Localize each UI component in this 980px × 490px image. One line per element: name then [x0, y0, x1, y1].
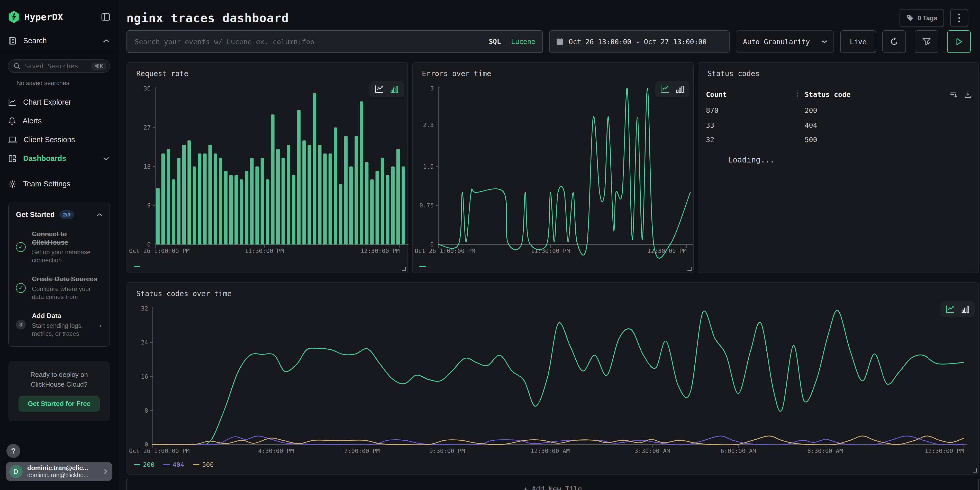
lucene-toggle[interactable]: Lucene — [511, 38, 535, 46]
status-codes-over-time-chart[interactable]: 08162432Oct 26 1:00:00 PM4:30:00 PM7:00:… — [127, 283, 980, 475]
chevron-up-icon[interactable] — [97, 213, 103, 217]
sidebar-item-client-sessions[interactable]: Client Sessions — [0, 130, 118, 149]
svg-text:11:30:00 PM: 11:30:00 PM — [245, 248, 284, 254]
step-connect-clickhouse[interactable]: ✓ Connect to ClickHouse Set up your data… — [16, 230, 103, 264]
sidebar-search-label: Search — [23, 37, 103, 45]
query-toolbar: Search your events w/ Lucene ex. column:… — [126, 30, 979, 53]
filter-icon — [922, 37, 931, 46]
sort-icon[interactable] — [950, 91, 958, 99]
search-journal-icon — [8, 37, 16, 45]
get-started-card: Get Started 2/3 ✓ Connect to ClickHouse … — [8, 202, 110, 347]
filter-button[interactable] — [915, 30, 939, 53]
column-header-status-code[interactable]: Status code — [797, 91, 950, 99]
step-title: Connect to ClickHouse — [32, 230, 103, 247]
sidebar-item-alerts[interactable]: Alerts — [0, 111, 118, 130]
granularity-select[interactable]: Auto Granularity — [736, 30, 834, 53]
sidebar-item-search[interactable]: Search — [0, 31, 118, 52]
sidebar-item-team-settings[interactable]: Team Settings — [0, 175, 118, 193]
bar-chart-icon[interactable] — [676, 85, 684, 94]
request-rate-chart[interactable]: 09182736Oct 26 1:00:00 PM11:30:00 PM12:3… — [127, 63, 409, 274]
get-started-title: Get Started — [16, 210, 55, 219]
legend-label-500: 500 — [202, 461, 214, 468]
date-range-picker[interactable]: Oct 26 13:00:00 - Oct 27 13:00:00 — [549, 30, 730, 53]
tags-count-label: 0 Tags — [918, 14, 937, 22]
tags-button[interactable]: 0 Tags — [899, 9, 944, 27]
refresh-button[interactable] — [882, 30, 906, 53]
event-search-input[interactable]: Search your events w/ Lucene ex. column:… — [126, 30, 543, 53]
tile-title: Status codes — [708, 69, 759, 78]
tile-resize-handle[interactable] — [402, 267, 406, 271]
svg-text:18: 18 — [143, 163, 151, 170]
sql-toggle[interactable]: SQL — [489, 38, 501, 46]
legend-label-200: 200 — [143, 461, 154, 468]
step-title: Create Data Sources — [32, 275, 103, 283]
user-account-chip[interactable]: D dominic.tran@clic... dominic.tran@clic… — [6, 462, 112, 481]
svg-text:Oct 26 1:00:00 PM: Oct 26 1:00:00 PM — [129, 248, 189, 254]
table-row[interactable]: 32 500 — [706, 136, 972, 144]
cell-status: 200 — [797, 107, 817, 115]
errors-chart[interactable]: 00.751.52.33Oct 26 1:00:00 PM11:30:00 PM… — [413, 63, 694, 274]
nav-label: Alerts — [22, 117, 110, 125]
tile-resize-handle[interactable] — [973, 468, 977, 473]
svg-text:4:30:00 PM: 4:30:00 PM — [258, 447, 294, 454]
chart-legend: 200 404 500 — [134, 461, 214, 468]
step-title: Add Data — [32, 312, 92, 320]
tile-resize-handle[interactable] — [687, 267, 692, 271]
live-button[interactable]: Live — [840, 30, 876, 53]
svg-text:12:30:00 PM: 12:30:00 PM — [360, 248, 399, 254]
table-row[interactable]: 870 200 — [706, 107, 972, 115]
legend-dash — [134, 464, 140, 465]
help-button[interactable]: ? — [6, 444, 20, 458]
nav-label: Dashboards — [23, 154, 103, 163]
cell-count: 33 — [706, 121, 797, 129]
svg-text:Oct 26 1:00:00 PM: Oct 26 1:00:00 PM — [415, 248, 475, 254]
line-chart-icon[interactable] — [375, 85, 384, 94]
bell-icon — [8, 117, 16, 125]
nav-label: Chart Explorer — [23, 98, 110, 107]
svg-text:9: 9 — [147, 202, 151, 209]
dashboard-menu-button[interactable] — [950, 9, 968, 27]
svg-text:1.5: 1.5 — [423, 163, 434, 170]
saved-searches-placeholder: Saved Searches — [24, 62, 92, 70]
chart-type-toggle — [940, 301, 975, 317]
cell-count: 32 — [706, 136, 797, 144]
legend-dash — [193, 464, 199, 465]
step-create-data-sources[interactable]: ✓ Create Data Sources Configure where yo… — [16, 275, 103, 301]
chevron-up-icon — [103, 39, 110, 43]
step-add-data[interactable]: 3 Add Data Start sending logs, metrics, … — [16, 312, 103, 337]
get-started-free-button[interactable]: Get Started for Free — [19, 396, 100, 412]
shortcut-badge: ⌘K — [92, 62, 106, 70]
sidebar-collapse-button[interactable] — [101, 13, 110, 21]
table-row[interactable]: 33 404 — [706, 121, 972, 129]
sidebar-item-dashboards[interactable]: Dashboards — [0, 149, 118, 168]
avatar: D — [9, 465, 22, 478]
add-new-tile-button[interactable]: + Add New Tile — [126, 479, 979, 490]
tile-errors-over-time: Errors over time 00.751.52.33Oct 26 1:00… — [412, 62, 694, 273]
svg-text:3:30:00 AM: 3:30:00 AM — [635, 447, 670, 454]
line-chart-icon[interactable] — [660, 85, 670, 94]
brand-row: HyperDX — [0, 0, 118, 31]
svg-text:3: 3 — [430, 85, 434, 92]
step-desc: Configure where your data comes from — [32, 285, 103, 301]
bar-chart-icon[interactable] — [961, 305, 970, 313]
date-range-value: Oct 26 13:00:00 - Oct 27 13:00:00 — [569, 38, 706, 46]
svg-text:12:30:00 PM: 12:30:00 PM — [648, 248, 686, 254]
download-icon[interactable] — [964, 91, 972, 99]
svg-text:16: 16 — [141, 373, 148, 380]
user-name: dominic.tran@clic... — [27, 464, 103, 472]
run-query-button[interactable] — [947, 30, 971, 53]
column-header-count[interactable]: Count — [706, 91, 797, 99]
svg-text:24: 24 — [141, 339, 148, 346]
chart-legend — [134, 266, 140, 267]
search-placeholder: Search your events w/ Lucene ex. column:… — [135, 38, 489, 46]
line-chart-icon[interactable] — [945, 305, 955, 313]
bar-chart-icon[interactable] — [390, 85, 399, 94]
cell-status: 500 — [797, 136, 817, 144]
loading-indicator: Loading... — [728, 155, 775, 164]
svg-text:0: 0 — [147, 241, 151, 248]
svg-text:0: 0 — [145, 441, 148, 448]
clickhouse-cloud-card: Ready to deploy on ClickHouse Cloud? Get… — [8, 361, 110, 421]
kebab-icon — [958, 14, 960, 22]
saved-searches-input[interactable]: Saved Searches ⌘K — [8, 59, 110, 73]
sidebar-item-chart-explorer[interactable]: Chart Explorer — [0, 93, 118, 111]
